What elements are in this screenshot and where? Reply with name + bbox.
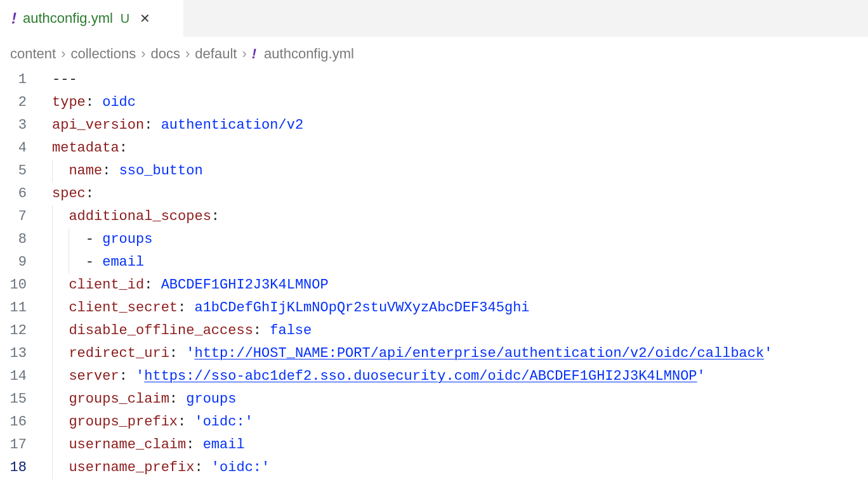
close-icon[interactable]: ✕ <box>140 12 150 25</box>
editor-tab[interactable]: ! authconfig.yml U ✕ <box>0 0 184 37</box>
chevron-right-icon: › <box>185 46 190 62</box>
breadcrumb-item[interactable]: content <box>10 46 56 62</box>
code-content: - email <box>44 251 868 274</box>
code-token-dash: --- <box>52 72 77 87</box>
code-content: server: 'https://sso-abc1def2.sso.duosec… <box>44 365 868 388</box>
code-token-key: groups_claim <box>69 391 169 407</box>
code-line[interactable]: 14 server: 'https://sso-abc1def2.sso.duo… <box>0 365 868 388</box>
code-token-key: server <box>69 368 119 384</box>
line-number: 5 <box>0 160 44 183</box>
code-token-colon: : <box>186 437 194 453</box>
breadcrumb-item[interactable]: collections <box>71 46 136 62</box>
code-token-str: oidc: <box>220 460 261 476</box>
code-line[interactable]: 13 redirect_uri: 'http://HOST_NAME:PORT/… <box>0 342 868 365</box>
code-content: disable_offline_access: false <box>44 320 868 342</box>
code-content: api_version: authentication/v2 <box>44 114 868 137</box>
code-token-key: type <box>52 94 86 110</box>
code-content: client_id: ABCDEF1GHI2J3K4LMNOP <box>44 274 868 297</box>
code-token-colon: : <box>253 323 261 339</box>
code-line[interactable]: 5 name: sso_button <box>0 160 868 183</box>
code-token-colon: : <box>178 414 186 430</box>
code-token-colon: : <box>144 117 152 133</box>
code-editor[interactable]: 1---2type: oidc3api_version: authenticat… <box>0 68 868 479</box>
code-token-colon: : <box>144 277 152 293</box>
code-line[interactable]: 15 groups_claim: groups <box>0 388 868 411</box>
code-token-val: ABCDEF1GHI2J3K4LMNOP <box>161 277 329 293</box>
code-token-val: authentication/v2 <box>161 117 303 133</box>
code-token-key: additional_scopes <box>69 209 211 224</box>
code-token-key: client_id <box>69 277 144 293</box>
chevron-right-icon: › <box>61 46 65 62</box>
code-token-key: disable_offline_access <box>69 323 253 339</box>
code-token-key: name <box>69 163 102 179</box>
code-line[interactable]: 1--- <box>0 68 868 91</box>
code-line[interactable]: 11 client_secret: a1bCDefGhIjKLmNOpQr2st… <box>0 297 868 320</box>
code-token-quote: ' <box>194 414 202 430</box>
code-line[interactable]: 10 client_id: ABCDEF1GHI2J3K4LMNOP <box>0 274 868 297</box>
line-number: 2 <box>0 91 44 114</box>
code-token-key: groups_prefix <box>69 414 178 430</box>
breadcrumb-item[interactable]: docs <box>151 46 180 62</box>
code-token-key: client_secret <box>69 300 178 316</box>
code-line[interactable]: 2type: oidc <box>0 91 868 114</box>
code-token-val: email <box>102 254 144 270</box>
code-line[interactable]: 18 username_prefix: 'oidc:' <box>0 456 868 479</box>
line-number: 11 <box>0 297 44 320</box>
code-token-key: api_version <box>52 117 144 133</box>
code-token-val: a1bCDefGhIjKLmNOpQr2stuVWXyzAbcDEF345ghi <box>194 300 529 316</box>
breadcrumb-item[interactable]: default <box>195 46 237 62</box>
code-content: metadata: <box>44 137 868 160</box>
line-number: 6 <box>0 183 44 205</box>
line-number: 12 <box>0 320 44 342</box>
code-content: additional_scopes: <box>44 205 868 228</box>
code-content: groups_claim: groups <box>44 388 868 411</box>
code-token-key: spec <box>52 186 86 202</box>
breadcrumb: content › collections › docs › default ›… <box>0 37 868 68</box>
tab-filename: authconfig.yml <box>23 10 113 27</box>
code-token-colon: : <box>102 163 110 179</box>
code-token-colon: : <box>194 460 202 476</box>
code-token-quote: ' <box>261 460 270 476</box>
line-number: 7 <box>0 205 44 228</box>
code-content: redirect_uri: 'http://HOST_NAME:PORT/api… <box>44 342 868 365</box>
code-line[interactable]: 17 username_claim: email <box>0 434 868 456</box>
code-token-val: sso_button <box>119 163 203 179</box>
code-line[interactable]: 9 - email <box>0 251 868 274</box>
code-token-quote: ' <box>764 346 772 361</box>
line-number: 8 <box>0 228 44 251</box>
code-line[interactable]: 6spec: <box>0 183 868 205</box>
code-line[interactable]: 16 groups_prefix: 'oidc:' <box>0 411 868 434</box>
code-token-val: email <box>203 437 245 453</box>
code-content: name: sso_button <box>44 160 868 183</box>
code-token-key: username_claim <box>69 437 186 453</box>
code-content: username_prefix: 'oidc:' <box>44 456 868 479</box>
code-line[interactable]: 7 additional_scopes: <box>0 205 868 228</box>
code-token-str: oidc: <box>203 414 245 430</box>
code-content: spec: <box>44 183 868 205</box>
breadcrumb-file[interactable]: authconfig.yml <box>264 46 354 62</box>
code-token-colon: : <box>119 140 128 156</box>
code-line[interactable]: 8 - groups <box>0 228 868 251</box>
code-token-quote: ' <box>211 460 220 476</box>
code-line[interactable]: 4metadata: <box>0 137 868 160</box>
code-token-quote: ' <box>245 414 253 430</box>
code-token-val: oidc <box>102 94 136 110</box>
code-content: username_claim: email <box>44 434 868 456</box>
chevron-right-icon: › <box>242 46 246 62</box>
code-token-key: redirect_uri <box>69 346 169 361</box>
code-token-key: metadata <box>52 140 119 156</box>
code-token-val: groups <box>186 391 236 407</box>
code-token-bool: false <box>270 323 312 339</box>
code-token-punc: - <box>86 231 94 247</box>
code-token-colon: : <box>211 209 220 224</box>
code-line[interactable]: 12 disable_offline_access: false <box>0 320 868 342</box>
chevron-right-icon: › <box>141 46 145 62</box>
code-content: - groups <box>44 228 868 251</box>
code-line[interactable]: 3api_version: authentication/v2 <box>0 114 868 137</box>
line-number: 15 <box>0 388 44 411</box>
code-token-colon: : <box>169 346 178 361</box>
code-content: client_secret: a1bCDefGhIjKLmNOpQr2stuVW… <box>44 297 868 320</box>
tab-bar: ! authconfig.yml U ✕ <box>0 0 868 37</box>
line-number: 4 <box>0 137 44 160</box>
code-token-quote: ' <box>136 368 144 384</box>
